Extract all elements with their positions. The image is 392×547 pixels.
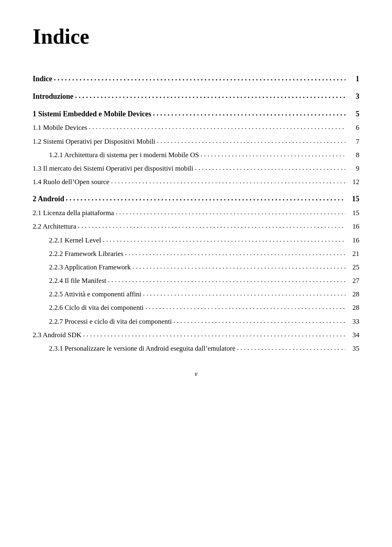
toc-entry-ch2: 2 Android15	[33, 193, 359, 205]
toc-dots-s2.2.6	[145, 301, 345, 312]
bottom-page-number: v	[33, 370, 359, 378]
toc-entry-s2.2.6: 2.2.6 Ciclo di vita dei componenti28	[33, 302, 359, 313]
toc-page-s1.2.1: 8	[347, 149, 359, 160]
toc-page-s2.3: 34	[347, 329, 359, 340]
toc-label-s1.1: 1.1 Mobile Devices	[33, 122, 87, 133]
toc-page-s1.3: 9	[347, 163, 359, 174]
toc-page-s2.2.5: 28	[347, 289, 359, 300]
toc-page-s2.2: 16	[347, 221, 359, 232]
toc-label-s2.2.4: 2.2.4 Il file Manifest	[49, 275, 106, 286]
toc-entry-introduzione: Introduzione3	[33, 91, 359, 102]
toc-dots-s2.2.4	[108, 274, 345, 285]
toc-label-ch2: 2 Android	[33, 193, 64, 205]
toc-label-introduzione: Introduzione	[33, 91, 74, 102]
toc-entry-ch1: 1 Sistemi Embedded e Mobile Devices5	[33, 108, 359, 120]
toc-label-s2.3: 2.3 Android SDK	[33, 329, 81, 340]
toc-entry-s2.1: 2.1 Licenza della piattaforma15	[33, 207, 359, 218]
toc-dots-s2.1	[116, 207, 345, 218]
toc-page-s2.2.4: 27	[347, 275, 359, 286]
toc-page-indice: 1	[347, 73, 359, 85]
toc-label-indice: Indice	[33, 73, 52, 85]
toc-label-s2.2.1: 2.2.1 Kernel Level	[49, 235, 101, 246]
toc-label-s2.2.7: 2.2.7 Processi e ciclo di vita dei compo…	[49, 316, 172, 327]
toc-dots-s1.2	[157, 135, 345, 146]
toc-dots-ch2	[66, 192, 345, 204]
toc-entry-s1.2.1: 1.2.1 Architettura di sistema per i mode…	[33, 149, 359, 160]
toc-entry-s2.2.2: 2.2.2 Framework Libraries21	[33, 248, 359, 259]
toc-label-s2.2.2: 2.2.2 Framework Libraries	[49, 248, 123, 259]
toc-page-s2.2.6: 28	[347, 302, 359, 313]
toc-entry-s2.2.3: 2.2.3 Application Framework25	[33, 262, 359, 273]
toc-entry-s1.2: 1.2 Sistemi Operativi per Dispositivi Mo…	[33, 136, 359, 147]
page-title: Indice	[33, 24, 359, 49]
toc-entry-indice: Indice1	[33, 73, 359, 85]
toc-label-s2.2.3: 2.2.3 Application Framework	[49, 262, 131, 273]
toc-page-s2.2.3: 25	[347, 262, 359, 273]
toc-label-s2.2.6: 2.2.6 Ciclo di vita dei componenti	[49, 302, 144, 313]
toc-label-s1.4: 1.4 Ruolo dell’Open source	[33, 176, 109, 187]
toc-label-ch1: 1 Sistemi Embedded e Mobile Devices	[33, 108, 151, 120]
toc-dots-s1.4	[111, 176, 345, 187]
toc-entry-s2.2: 2.2 Architettura16	[33, 221, 359, 232]
toc-dots-s2.2	[78, 220, 345, 231]
toc-entry-s1.1: 1.1 Mobile Devices6	[33, 122, 359, 133]
toc-label-s1.3: 1.3 Il mercato dei Sistemi Operativi per…	[33, 163, 193, 174]
toc-page-s1.1: 6	[347, 122, 359, 133]
toc-dots-s1.1	[89, 121, 345, 132]
table-of-contents: Indice1Introduzione31 Sistemi Embedded e…	[33, 73, 359, 354]
toc-page-s1.2: 7	[347, 136, 359, 147]
toc-dots-s2.3	[83, 329, 345, 340]
toc-dots-s1.3	[195, 162, 345, 173]
toc-entry-s2.3.1: 2.3.1 Personalizzare le versione di Andr…	[33, 343, 359, 354]
toc-dots-s2.2.1	[102, 234, 345, 245]
toc-label-s1.2: 1.2 Sistemi Operativi per Dispositivi Mo…	[33, 136, 155, 147]
toc-page-s1.4: 12	[347, 176, 359, 187]
toc-page-s2.2.7: 33	[347, 316, 359, 327]
toc-dots-s2.2.7	[174, 315, 345, 326]
toc-page-s2.3.1: 35	[347, 343, 359, 354]
toc-label-s2.2: 2.2 Architettura	[33, 221, 76, 232]
toc-label-s2.2.5: 2.2.5 Attività e componenti affini	[49, 289, 141, 300]
toc-page-s2.1: 15	[347, 207, 359, 218]
toc-dots-s2.2.2	[125, 247, 345, 258]
toc-page-ch2: 15	[347, 193, 359, 205]
toc-entry-s2.2.1: 2.2.1 Kernel Level16	[33, 235, 359, 246]
toc-dots-s2.2.3	[132, 261, 345, 272]
toc-label-s2.3.1: 2.3.1 Personalizzare le versione di Andr…	[49, 343, 236, 354]
toc-page-s2.2.2: 21	[347, 248, 359, 259]
toc-page-s2.2.1: 16	[347, 235, 359, 246]
toc-page-ch1: 5	[347, 108, 359, 120]
toc-entry-s1.4: 1.4 Ruolo dell’Open source12	[33, 176, 359, 187]
toc-label-s1.2.1: 1.2.1 Architettura di sistema per i mode…	[49, 149, 199, 160]
toc-label-s2.1: 2.1 Licenza della piattaforma	[33, 207, 114, 218]
toc-entry-s1.3: 1.3 Il mercato dei Sistemi Operativi per…	[33, 163, 359, 174]
toc-dots-s2.2.5	[143, 288, 345, 299]
toc-entry-s2.2.4: 2.2.4 Il file Manifest27	[33, 275, 359, 286]
toc-dots-s2.3.1	[237, 342, 346, 353]
toc-dots-s1.2.1	[200, 149, 345, 160]
toc-entry-s2.2.7: 2.2.7 Processi e ciclo di vita dei compo…	[33, 316, 359, 327]
toc-dots-indice	[54, 72, 345, 84]
toc-entry-s2.3: 2.3 Android SDK34	[33, 329, 359, 340]
toc-dots-introduzione	[75, 90, 345, 102]
toc-page-introduzione: 3	[347, 91, 359, 102]
toc-entry-s2.2.5: 2.2.5 Attività e componenti affini28	[33, 289, 359, 300]
toc-dots-ch1	[153, 107, 345, 119]
